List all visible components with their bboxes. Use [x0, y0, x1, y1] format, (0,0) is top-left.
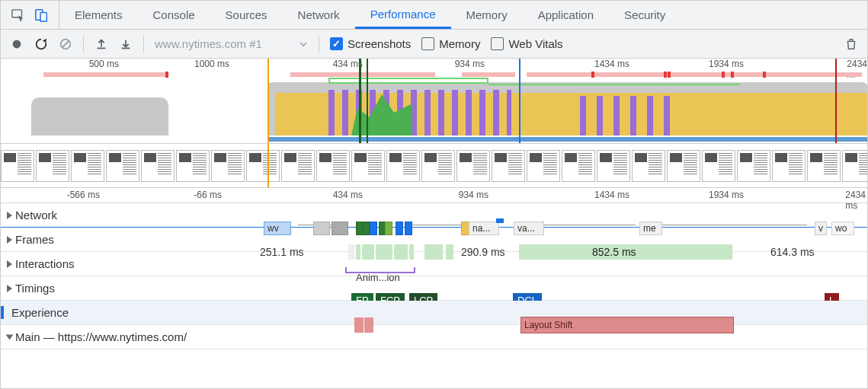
filmstrip-thumb[interactable] — [176, 150, 210, 182]
download-icon[interactable] — [119, 37, 133, 51]
clear-icon[interactable] — [59, 37, 72, 51]
overview-task-bar — [462, 72, 515, 77]
filmstrip-thumb[interactable] — [246, 150, 280, 182]
overview-tick: 1434 ms — [594, 59, 629, 69]
overview-marker — [359, 59, 361, 143]
track-interactions[interactable]: Interactions Anim...ion — [1, 252, 867, 276]
filmstrip-thumb[interactable] — [421, 150, 455, 182]
filmstrip-thumb[interactable] — [141, 150, 175, 182]
collapse-icon[interactable] — [6, 334, 14, 340]
devtools-tabs: Elements Console Sources Network Perform… — [1, 1, 867, 30]
filmstrip-thumb[interactable] — [632, 150, 665, 182]
filmstrip-thumb[interactable] — [527, 150, 560, 182]
filmstrip-thumb[interactable] — [386, 150, 420, 182]
overview-long-task — [165, 72, 168, 78]
track-frames[interactable]: Frames 251.1 ms 290.9 ms 852.5 ms 614.3 … — [1, 228, 867, 252]
filmstrip-thumb[interactable] — [492, 150, 525, 182]
expand-icon[interactable] — [7, 285, 12, 292]
filmstrip-thumb[interactable] — [1, 150, 34, 182]
overview-tick: 1934 ms — [709, 59, 744, 69]
chevron-down-icon — [299, 40, 308, 49]
overview-marker — [267, 59, 269, 143]
recording-title: www.nytimes.com #1 — [155, 37, 262, 50]
checkbox-screenshots[interactable]: ✓Screenshots — [330, 37, 411, 50]
expand-icon[interactable] — [7, 212, 12, 219]
svg-line-5 — [62, 40, 69, 47]
tab-memory[interactable]: Memory — [451, 1, 523, 29]
filmstrip-thumb[interactable] — [106, 150, 139, 182]
flamechart: Network wv na... va... me — [1, 203, 867, 388]
record-icon[interactable] — [10, 37, 24, 51]
overview-marker — [367, 59, 368, 143]
tab-performance[interactable]: Performance — [355, 1, 451, 29]
tab-console[interactable]: Console — [138, 1, 210, 29]
overview-tick: 500 ms — [89, 59, 119, 69]
tab-network[interactable]: Network — [283, 1, 355, 29]
track-main[interactable]: Main — https://www.nytimes.com/ — [1, 325, 867, 349]
overview-tick: 934 ms — [455, 59, 485, 69]
checkbox-webvitals[interactable]: Web Vitals — [491, 37, 562, 50]
filmstrip-thumb[interactable] — [211, 150, 245, 182]
filmstrip-thumb[interactable] — [667, 150, 700, 182]
expand-icon[interactable] — [7, 260, 12, 268]
filmstrip-thumb[interactable] — [737, 150, 770, 182]
filmstrip-thumb[interactable] — [772, 150, 806, 182]
device-toggle-icon[interactable] — [34, 8, 48, 22]
tab-security[interactable]: Security — [609, 1, 681, 29]
svg-point-3 — [13, 40, 21, 48]
filmstrip-thumb[interactable] — [281, 150, 315, 182]
cpu-chart — [1, 80, 867, 136]
expand-icon[interactable] — [7, 236, 12, 244]
svg-rect-0 — [12, 9, 22, 17]
overview-long-task — [664, 72, 667, 78]
filmstrip-thumb[interactable] — [702, 150, 735, 182]
perf-toolbar: www.nytimes.com #1 ✓Screenshots Memory W… — [1, 30, 867, 59]
overview-tick: 1000 ms — [194, 59, 229, 69]
filmstrip-thumb[interactable] — [316, 150, 350, 182]
recording-selector[interactable]: www.nytimes.com #1 — [155, 37, 308, 50]
svg-rect-2 — [40, 12, 46, 21]
overview-marker — [835, 59, 837, 143]
overview-task-bar — [43, 72, 165, 77]
overview-marker — [519, 59, 520, 143]
overview-long-task — [722, 72, 725, 78]
overview-long-task — [591, 72, 594, 78]
filmstrip-thumb[interactable] — [456, 150, 490, 182]
filmstrip-thumb[interactable] — [562, 150, 595, 182]
track-timings[interactable]: Timings FP FCP LCP DCL L — [1, 276, 867, 301]
filmstrip-thumb[interactable] — [71, 150, 104, 182]
devtools-window: Elements Console Sources Network Perform… — [0, 0, 868, 389]
tab-sources[interactable]: Sources — [210, 1, 283, 29]
overview-lane[interactable]: 500 ms 1000 ms 434 ms 934 ms 1434 ms 193… — [1, 59, 867, 144]
time-ruler[interactable]: -566 ms -66 ms 434 ms 934 ms 1434 ms 193… — [1, 188, 867, 203]
overview-long-task — [731, 72, 734, 78]
filmstrip[interactable]: for(let i=0;i<28;i++)document.write('<di… — [1, 144, 867, 188]
reload-icon[interactable] — [34, 37, 48, 51]
overview-long-task — [763, 72, 766, 78]
upload-icon[interactable] — [94, 37, 108, 51]
overview-task-bar — [290, 72, 435, 77]
filmstrip-thumb[interactable] — [842, 150, 867, 182]
filmstrip-thumb[interactable] — [807, 150, 841, 182]
tab-application[interactable]: Application — [523, 1, 609, 29]
filmstrip-thumb[interactable] — [351, 150, 385, 182]
checkbox-memory[interactable]: Memory — [421, 37, 480, 50]
overview-long-task — [668, 72, 671, 78]
filmstrip-thumb[interactable] — [597, 150, 630, 182]
filmstrip-thumb[interactable] — [36, 150, 69, 182]
track-experience[interactable]: Experience Layout Shift — [1, 301, 867, 325]
tab-elements[interactable]: Elements — [59, 1, 138, 29]
trash-icon[interactable] — [844, 37, 858, 51]
track-network[interactable]: Network wv na... va... me — [1, 203, 867, 228]
overview-task-bar — [793, 72, 839, 77]
inspect-icon[interactable] — [11, 8, 25, 22]
